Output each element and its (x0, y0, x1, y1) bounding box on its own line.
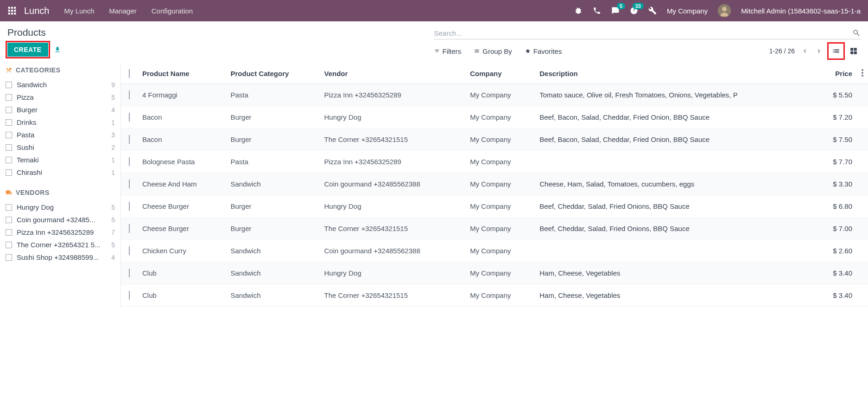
table-row[interactable]: Chicken CurrySandwichCoin gourmand +3248… (121, 240, 868, 262)
col-price[interactable]: Price (817, 64, 857, 84)
cell-price: $ 2.60 (817, 240, 857, 262)
control-bar: Products CREATE Filters Group By (0, 21, 868, 58)
vendor-checkbox[interactable] (6, 217, 12, 223)
col-vendor[interactable]: Vendor (319, 64, 465, 84)
row-checkbox[interactable] (129, 157, 130, 166)
cell-company: My Company (465, 218, 535, 240)
category-checkbox[interactable] (6, 132, 12, 138)
cell-vendor: Hungry Dog (319, 262, 465, 284)
col-options[interactable] (857, 64, 868, 84)
pager-prev[interactable] (801, 47, 809, 55)
col-company[interactable]: Company (465, 64, 535, 84)
sidebar-vendor-item[interactable]: Sushi Shop +324988599...4 (6, 251, 115, 264)
filters-button[interactable]: Filters (434, 47, 462, 55)
cell-name: Bacon (138, 106, 226, 129)
row-checkbox[interactable] (129, 224, 130, 233)
cell-price: $ 3.40 (817, 262, 857, 284)
bug-icon[interactable] (574, 6, 583, 15)
table-row[interactable]: Cheese And HamSandwichCoin gourmand +324… (121, 173, 868, 195)
cell-description: Beef, Cheddar, Salad, Fried Onions, BBQ … (535, 218, 817, 240)
view-kanban-button[interactable] (847, 44, 861, 58)
row-checkbox[interactable] (129, 291, 130, 300)
tools-icon[interactable] (648, 6, 657, 15)
table-row[interactable]: Cheese BurgerBurgerThe Corner +326543215… (121, 218, 868, 240)
sidebar-category-item[interactable]: Pasta3 (6, 129, 115, 141)
table-row[interactable]: ClubSandwichHungry DogMy CompanyHam, Che… (121, 262, 868, 284)
avatar[interactable] (718, 4, 731, 17)
sidebar-category-item[interactable]: Pizza5 (6, 91, 115, 103)
export-icon[interactable] (54, 46, 61, 53)
view-list-button[interactable] (829, 44, 843, 58)
category-label: Sushi (17, 143, 34, 151)
messages-icon[interactable]: 5 (611, 6, 620, 15)
vendor-checkbox[interactable] (6, 204, 12, 211)
sidebar-vendor-item[interactable]: The Corner +32654321 5...5 (6, 238, 115, 251)
sidebar-category-item[interactable]: Drinks1 (6, 116, 115, 129)
row-checkbox[interactable] (129, 269, 130, 277)
col-description[interactable]: Description (535, 64, 817, 84)
vendor-checkbox[interactable] (6, 242, 12, 248)
table-row[interactable]: Cheese BurgerBurgerHungry DogMy CompanyB… (121, 195, 868, 218)
category-checkbox[interactable] (6, 107, 12, 113)
category-label: Burger (17, 106, 38, 114)
phone-icon[interactable] (593, 6, 601, 15)
sidebar-category-item[interactable]: Chirashi1 (6, 166, 115, 179)
groupby-button[interactable]: Group By (474, 47, 512, 55)
nav-menu-my-lunch[interactable]: My Lunch (64, 7, 95, 15)
row-checkbox[interactable] (129, 180, 130, 188)
vendor-count: 7 (111, 229, 115, 236)
sidebar-category-item[interactable]: Sandwich9 (6, 78, 115, 91)
favorites-button[interactable]: Favorites (525, 47, 562, 55)
svg-rect-0 (8, 7, 10, 9)
col-category[interactable]: Product Category (226, 64, 320, 84)
company-selector[interactable]: My Company (667, 7, 708, 15)
category-label: Sandwich (17, 81, 47, 89)
col-name[interactable]: Product Name (138, 64, 226, 84)
category-checkbox[interactable] (6, 157, 12, 163)
table-row[interactable]: BaconBurgerHungry DogMy CompanyBeef, Bac… (121, 106, 868, 129)
user-label[interactable]: Mitchell Admin (15843602-saas-15-1-a (741, 7, 861, 15)
table-row[interactable]: BaconBurgerThe Corner +32654321515My Com… (121, 129, 868, 151)
vendor-checkbox[interactable] (6, 229, 12, 236)
search-input[interactable] (434, 29, 853, 37)
cell-vendor: Hungry Dog (319, 106, 465, 129)
row-checkbox[interactable] (129, 135, 130, 144)
search-icon[interactable] (852, 29, 861, 37)
pager-next[interactable] (815, 47, 823, 55)
activities-icon[interactable]: 33 (630, 6, 638, 15)
sidebar-category-item[interactable]: Temaki1 (6, 154, 115, 166)
sidebar-vendor-item[interactable]: Coin gourmand +32485...5 (6, 213, 115, 226)
row-checkbox[interactable] (129, 113, 130, 122)
sidebar-category-item[interactable]: Burger4 (6, 103, 115, 116)
table-row[interactable]: ClubSandwichThe Corner +32654321515My Co… (121, 284, 868, 307)
sidebar-category-item[interactable]: Sushi2 (6, 141, 115, 154)
category-checkbox[interactable] (6, 144, 12, 151)
select-all-checkbox[interactable] (129, 69, 130, 78)
vendors-header-label: VENDORS (16, 189, 50, 196)
apps-icon[interactable] (7, 6, 17, 15)
category-checkbox[interactable] (6, 82, 12, 88)
app-title[interactable]: Lunch (24, 6, 50, 16)
row-checkbox[interactable] (129, 246, 130, 255)
table-row[interactable]: 4 FormaggiPastaPizza Inn +32456325289My … (121, 84, 868, 106)
row-checkbox[interactable] (129, 90, 130, 99)
cell-vendor: Coin gourmand +32485562388 (319, 173, 465, 195)
pager-text[interactable]: 1-26 / 26 (769, 47, 795, 55)
category-checkbox[interactable] (6, 169, 12, 176)
cell-vendor: Coin gourmand +32485562388 (319, 240, 465, 262)
svg-rect-12 (854, 48, 857, 51)
top-navbar: Lunch My Lunch Manager Configuration 5 3… (0, 0, 868, 21)
nav-menu-configuration[interactable]: Configuration (152, 7, 193, 15)
vendor-checkbox[interactable] (6, 254, 12, 261)
sidebar-vendor-item[interactable]: Hungry Dog5 (6, 201, 115, 213)
svg-point-15 (862, 69, 863, 71)
nav-menu-manager[interactable]: Manager (109, 7, 137, 15)
sidebar-vendor-item[interactable]: Pizza Inn +324563252897 (6, 226, 115, 238)
category-checkbox[interactable] (6, 119, 12, 126)
row-checkbox[interactable] (129, 202, 130, 211)
table-row[interactable]: Bolognese PastaPastaPizza Inn +324563252… (121, 151, 868, 173)
category-checkbox[interactable] (6, 94, 12, 101)
create-button[interactable]: CREATE (7, 43, 48, 57)
cell-name: Cheese Burger (138, 195, 226, 218)
search-input-wrap[interactable] (434, 27, 861, 39)
